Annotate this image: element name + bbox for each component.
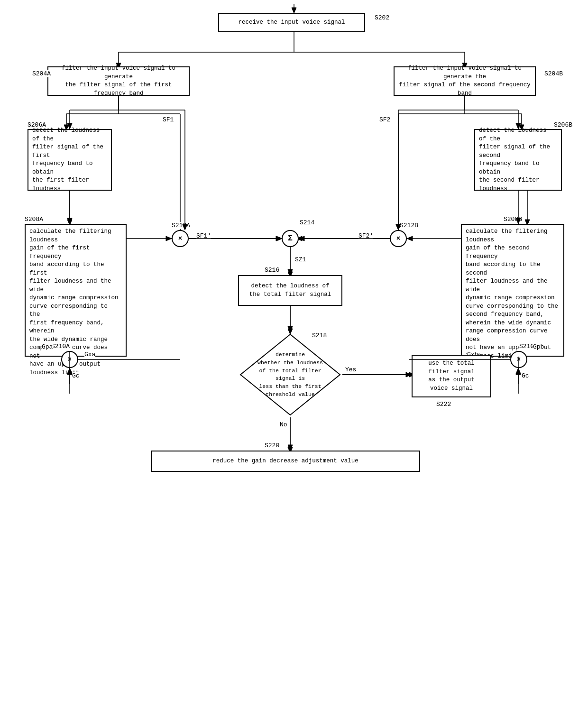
svg-marker-86 — [516, 368, 521, 374]
s222-label: S222 — [436, 401, 451, 408]
s208b-box: calculate the filtering loudness gain of… — [461, 224, 564, 357]
s212a-label: S212A — [172, 222, 190, 229]
s222-box: use the total filter signal as the outpu… — [412, 355, 491, 397]
s202-box: receive the input voice signal — [218, 13, 365, 32]
s212b-label: S212B — [400, 222, 418, 229]
s208b-label: S208B — [504, 216, 522, 223]
gpb-label: Gpb — [533, 343, 544, 350]
gc2-label: Gc — [522, 372, 529, 379]
svg-marker-75 — [406, 372, 412, 377]
svg-marker-71 — [288, 326, 293, 332]
no-label: No — [280, 421, 287, 428]
sz1-label: SZ1 — [295, 256, 306, 263]
s210b-multiply: × — [510, 351, 527, 368]
sf2p-label: SF2' — [358, 232, 373, 239]
s212a-multiply: × — [172, 230, 189, 247]
s214-label: S214 — [300, 219, 314, 226]
s212b-multiply: × — [390, 230, 407, 247]
svg-marker-45 — [292, 8, 296, 13]
svg-marker-65 — [276, 236, 282, 241]
s220-box: reduce the gain decrease adjustment valu… — [151, 451, 420, 472]
sf1-label: SF1 — [163, 116, 174, 123]
yes-label: Yes — [345, 366, 356, 373]
s204a-box: filter the input voice signal to generat… — [47, 66, 190, 96]
gpa-label: Gpa — [42, 343, 53, 350]
s204b-label: S204B — [544, 70, 563, 77]
svg-marker-42 — [516, 369, 521, 375]
s206b-label: S206B — [554, 121, 572, 129]
s218-label: S218 — [312, 332, 327, 339]
s216-label: S216 — [265, 267, 279, 274]
s214-sigma: Σ — [282, 230, 299, 247]
s204b-box: filter the input voice signal to generat… — [394, 66, 536, 96]
svg-marker-73 — [288, 445, 293, 451]
s206a-label: S206A — [28, 121, 46, 129]
flowchart-diagram: receive the input voice signal S202 filt… — [0, 0, 588, 709]
svg-marker-67 — [299, 236, 304, 241]
gc1-label: Gc — [72, 372, 80, 379]
s208a-box: calculate the filtering loudness gain of… — [25, 224, 127, 357]
svg-marker-80 — [407, 236, 413, 241]
s216-box: detect the loudness of the total filter … — [238, 275, 342, 306]
s206b-box: detect the loudness of the filter signal… — [474, 129, 562, 191]
s202-label: S202 — [375, 14, 389, 21]
svg-marker-69 — [288, 269, 293, 275]
svg-marker-78 — [166, 236, 172, 241]
s204a-label: S204A — [32, 70, 51, 77]
gxa-label: Gxa — [84, 351, 95, 358]
svg-marker-61 — [67, 218, 72, 224]
sf2-label: SF2 — [379, 116, 390, 123]
s210a-label: S210A — [51, 343, 70, 350]
s218-diamond: determine whether the loudness of the to… — [238, 332, 342, 417]
s220-label: S220 — [265, 442, 279, 449]
s206a-box: detect the loudness of the filter signal… — [28, 129, 112, 191]
s208a-label: S208A — [25, 216, 43, 223]
s210a-multiply: × — [61, 351, 78, 368]
sf1p-label: SF1' — [196, 232, 211, 239]
